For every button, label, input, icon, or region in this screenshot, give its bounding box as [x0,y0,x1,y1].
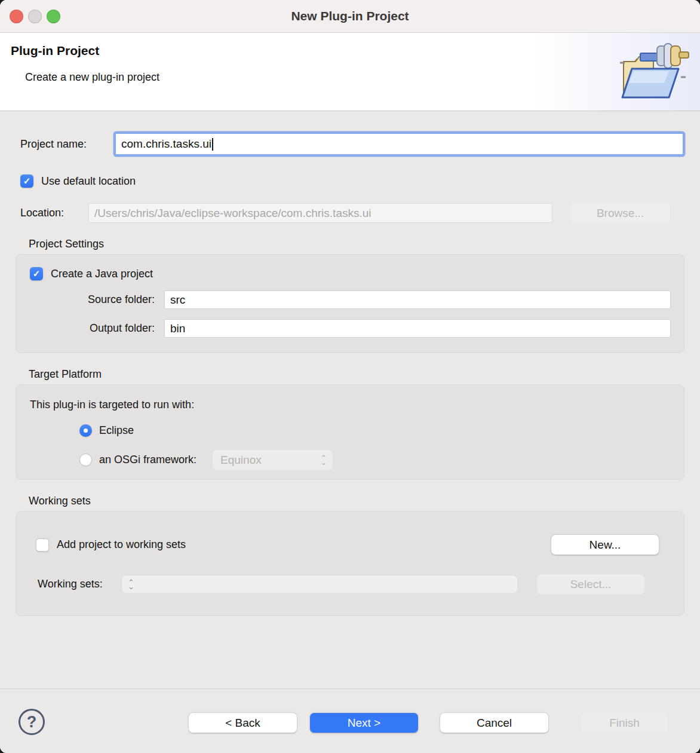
osgi-framework-select: Equinox ⌃⌄ [213,450,333,470]
osgi-radio-label: an OSGi framework: [99,454,197,466]
radio-osgi-row[interactable]: an OSGi framework: Equinox ⌃⌄ [79,450,671,470]
add-working-sets-checkbox[interactable] [36,538,49,552]
chevron-updown-icon: ⌃⌄ [320,456,327,464]
location-value: /Users/chris/Java/eclipse-workspace/com.… [94,207,372,220]
target-platform-title: Target Platform [29,368,700,381]
output-folder-label: Output folder: [30,322,164,335]
use-default-location-label: Use default location [41,175,136,188]
eclipse-radio[interactable] [79,424,92,437]
target-platform-group: This plug-in is targeted to run with: Ec… [16,384,684,480]
working-sets-combo: ⌃⌄ [121,575,518,593]
add-working-sets-label: Add project to working sets [57,538,186,551]
back-button[interactable]: < Back [189,713,297,733]
next-button[interactable]: Next > [310,713,418,733]
title-bar: New Plug-in Project [0,0,700,33]
working-sets-row2: Working sets: ⌃⌄ Select... [36,574,659,594]
checkmark-icon: ✓ [23,176,31,186]
finish-button: Finish [581,713,668,733]
project-settings-title: Project Settings [29,238,700,250]
working-sets-row1: Add project to working sets New... [36,535,659,555]
location-row: Location: /Users/chris/Java/eclipse-work… [20,203,683,223]
source-folder-label: Source folder: [30,293,164,306]
source-folder-row: Source folder: src [30,290,671,309]
question-mark-icon: ? [27,713,37,731]
location-input: /Users/chris/Java/eclipse-workspace/com.… [88,203,552,223]
target-platform-prompt: This plug-in is targeted to run with: [30,399,671,411]
new-working-set-button[interactable]: New... [551,535,659,555]
osgi-framework-value: Equinox [220,454,320,467]
wizard-content: Project name: com.chris.tasks.ui ✓ Use d… [0,111,700,688]
close-button[interactable] [10,10,23,23]
checkmark-icon: ✓ [33,268,41,279]
create-java-label: Create a Java project [51,268,153,280]
wizard-header: Plug-in Project Create a new plug-in pro… [0,33,700,111]
working-sets-group: Add project to working sets New... Worki… [16,511,684,616]
output-folder-value: bin [170,322,185,335]
osgi-radio[interactable] [79,454,92,466]
project-name-input[interactable]: com.chris.tasks.ui [115,133,683,155]
minimize-button [28,10,42,23]
working-sets-label: Working sets: [38,578,121,590]
eclipse-radio-label: Eclipse [99,424,134,437]
text-caret [212,138,213,151]
output-folder-row: Output folder: bin [30,319,671,338]
create-java-row[interactable]: ✓ Create a Java project [30,267,671,280]
browse-button: Browse... [570,203,670,223]
location-label: Location: [20,207,88,219]
zoom-button[interactable] [47,10,60,23]
use-default-location-checkbox[interactable]: ✓ [20,175,33,188]
output-folder-input[interactable]: bin [164,319,671,338]
source-folder-value: src [170,293,185,307]
project-name-label: Project name: [20,138,115,151]
traffic-lights [10,10,60,23]
new-plugin-project-dialog: New Plug-in Project Plug-in Project Crea… [0,0,700,753]
project-name-row: Project name: com.chris.tasks.ui [20,133,683,155]
cancel-button[interactable]: Cancel [440,713,548,733]
use-default-location-row[interactable]: ✓ Use default location [20,175,700,188]
chevron-updown-icon: ⌃⌄ [128,580,134,589]
page-title: Plug-in Project [11,44,99,58]
button-bar: ? < Back Next > Cancel Finish [0,688,700,753]
create-java-checkbox[interactable]: ✓ [30,267,43,280]
add-working-sets-row[interactable]: Add project to working sets [36,538,186,552]
page-subtitle: Create a new plug-in project [25,71,159,84]
radio-eclipse-row[interactable]: Eclipse [79,424,671,437]
select-working-set-button: Select... [537,574,644,594]
project-settings-group: ✓ Create a Java project Source folder: s… [16,254,684,353]
help-button[interactable]: ? [19,709,45,735]
plugin-project-icon [609,41,692,103]
window-title: New Plug-in Project [291,9,409,23]
source-folder-input[interactable]: src [164,290,671,309]
working-sets-title: Working sets [29,495,700,507]
project-name-value: com.chris.tasks.ui [121,137,211,151]
